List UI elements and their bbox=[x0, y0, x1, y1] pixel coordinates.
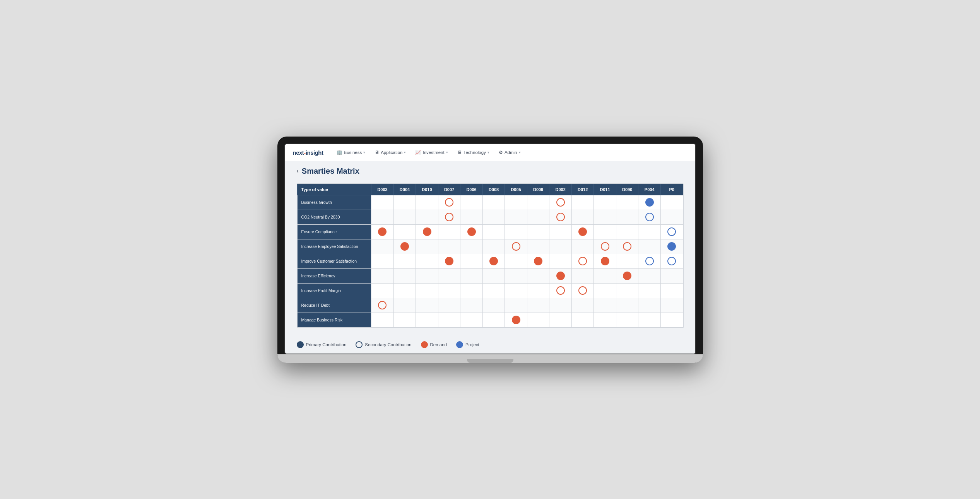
app-logo: next-insight bbox=[293, 149, 323, 156]
type-of-value-header: Type of value bbox=[297, 184, 371, 195]
matrix-cell bbox=[549, 268, 572, 283]
matrix-cell bbox=[549, 283, 572, 298]
matrix-cell bbox=[594, 298, 616, 313]
matrix-cell bbox=[660, 210, 683, 224]
row-label-1: CO2 Neutral By 2030 bbox=[297, 210, 371, 224]
row-label-7: Reduce IT Debt bbox=[297, 298, 371, 313]
laptop-base bbox=[277, 354, 703, 363]
investment-icon: 📈 bbox=[415, 150, 421, 155]
matrix-cell bbox=[594, 210, 616, 224]
matrix-cell bbox=[438, 283, 460, 298]
matrix-cell bbox=[438, 298, 460, 313]
col-header-d090: D090 bbox=[616, 184, 638, 195]
nav-item-admin[interactable]: ⚙ Admin ▾ bbox=[495, 148, 525, 157]
matrix-cell bbox=[616, 195, 638, 210]
admin-icon: ⚙ bbox=[499, 150, 503, 155]
matrix-cell bbox=[638, 298, 661, 313]
matrix-cell bbox=[638, 283, 661, 298]
cell-circle-circle-filled-orange bbox=[578, 227, 587, 236]
table-row: Reduce IT Debt bbox=[297, 298, 683, 313]
matrix-cell bbox=[549, 313, 572, 327]
col-header-d006: D006 bbox=[460, 184, 483, 195]
cell-circle-circle-filled-orange bbox=[378, 227, 387, 236]
matrix-cell bbox=[438, 210, 460, 224]
matrix-cell bbox=[571, 195, 594, 210]
matrix-cell bbox=[416, 283, 438, 298]
matrix-cell bbox=[482, 195, 505, 210]
cell-circle-circle-filled-orange bbox=[467, 227, 476, 236]
matrix-cell bbox=[594, 313, 616, 327]
cell-circle-circle-outline-orange bbox=[601, 242, 609, 251]
matrix-cell bbox=[527, 268, 549, 283]
matrix-cell bbox=[371, 298, 394, 313]
matrix-cell bbox=[416, 268, 438, 283]
nav-label-technology: Technology bbox=[463, 150, 486, 155]
page-header: ‹ Smarties Matrix bbox=[285, 161, 695, 179]
matrix-cell bbox=[371, 254, 394, 268]
matrix-cell bbox=[371, 283, 394, 298]
matrix-container[interactable]: Type of value D003 D004 D010 D007 D006 D… bbox=[297, 183, 684, 328]
matrix-cell bbox=[616, 268, 638, 283]
matrix-cell bbox=[549, 298, 572, 313]
technology-icon: 🖥 bbox=[457, 150, 462, 155]
chevron-down-icon: ▾ bbox=[404, 150, 406, 154]
matrix-cell bbox=[638, 210, 661, 224]
col-header-d002: D002 bbox=[549, 184, 572, 195]
table-row: Manage Business Risk bbox=[297, 313, 683, 327]
matrix-cell bbox=[549, 195, 572, 210]
nav-item-business[interactable]: 🏢 Business ▾ bbox=[333, 148, 369, 157]
row-label-6: Increase Profit Margin bbox=[297, 283, 371, 298]
nav-items: 🏢 Business ▾ 🖥 Application ▾ 📈 Investmen… bbox=[333, 148, 525, 157]
col-header-p0: P0 bbox=[660, 184, 683, 195]
table-row: Increase Employee Satisfaction bbox=[297, 239, 683, 254]
cell-circle-circle-filled-blue bbox=[645, 198, 654, 207]
cell-circle-circle-filled-orange bbox=[512, 316, 520, 324]
matrix-cell bbox=[505, 283, 527, 298]
matrix-cell bbox=[371, 195, 394, 210]
matrix-cell bbox=[616, 313, 638, 327]
matrix-cell bbox=[549, 254, 572, 268]
col-header-d012: D012 bbox=[571, 184, 594, 195]
secondary-contribution-icon bbox=[356, 341, 363, 348]
matrix-cell bbox=[393, 224, 416, 239]
matrix-cell bbox=[438, 224, 460, 239]
row-label-0: Business Growth bbox=[297, 195, 371, 210]
matrix-cell bbox=[638, 224, 661, 239]
cell-circle-circle-outline-orange bbox=[512, 242, 520, 251]
matrix-cell bbox=[638, 313, 661, 327]
matrix-cell bbox=[393, 283, 416, 298]
cell-circle-circle-filled-orange bbox=[623, 272, 631, 280]
nav-label-application: Application bbox=[381, 150, 402, 155]
col-header-p004: P004 bbox=[638, 184, 661, 195]
matrix-cell bbox=[482, 268, 505, 283]
nav-item-technology[interactable]: 🖥 Technology ▾ bbox=[453, 148, 493, 157]
nav-item-investment[interactable]: 📈 Investment ▾ bbox=[411, 148, 452, 157]
business-icon: 🏢 bbox=[337, 150, 342, 155]
matrix-cell bbox=[527, 298, 549, 313]
cell-circle-circle-filled-orange bbox=[400, 242, 409, 251]
matrix-cell bbox=[438, 313, 460, 327]
nav-item-application[interactable]: 🖥 Application ▾ bbox=[371, 148, 410, 157]
matrix-cell bbox=[660, 283, 683, 298]
matrix-cell bbox=[416, 298, 438, 313]
legend-project: Project bbox=[456, 341, 479, 348]
matrix-cell bbox=[438, 268, 460, 283]
matrix-cell bbox=[505, 298, 527, 313]
cell-circle-circle-outline-orange bbox=[623, 242, 631, 251]
matrix-cell bbox=[527, 313, 549, 327]
table-row: Ensure Compliance bbox=[297, 224, 683, 239]
legend-secondary: Secondary Contribution bbox=[356, 341, 411, 348]
matrix-cell bbox=[571, 254, 594, 268]
cell-circle-circle-outline-orange bbox=[556, 213, 565, 221]
matrix-cell bbox=[549, 210, 572, 224]
matrix-cell bbox=[660, 313, 683, 327]
nav-label-business: Business bbox=[344, 150, 362, 155]
matrix-cell bbox=[616, 239, 638, 254]
col-header-d004: D004 bbox=[393, 184, 416, 195]
matrix-cell bbox=[594, 283, 616, 298]
matrix-cell bbox=[571, 268, 594, 283]
matrix-cell bbox=[416, 210, 438, 224]
back-button[interactable]: ‹ bbox=[297, 167, 299, 174]
cell-circle-circle-filled-orange bbox=[489, 257, 498, 265]
matrix-cell bbox=[594, 239, 616, 254]
